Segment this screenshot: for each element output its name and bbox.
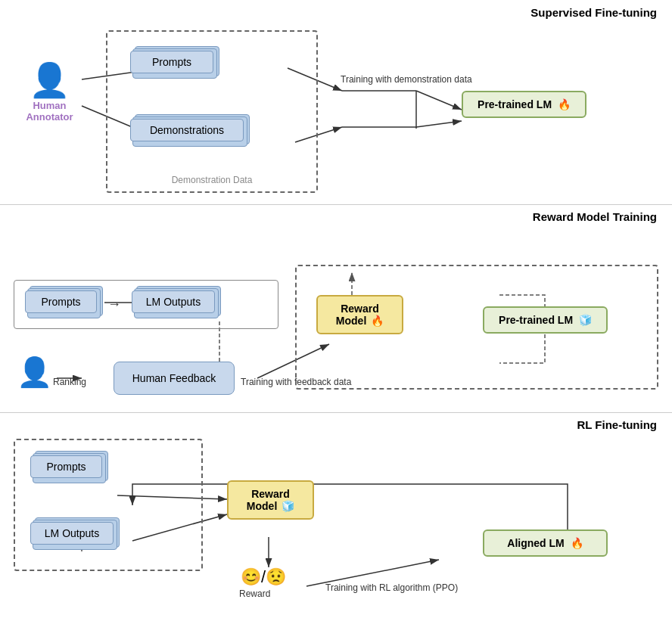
ice-icon-rlft: 🧊 — [282, 500, 294, 512]
divider-2 — [0, 412, 672, 413]
ice-icon-rmt: 🧊 — [579, 314, 592, 326]
svg-line-10 — [416, 121, 462, 127]
reward-model-rlft: Reward Model 🧊 — [227, 480, 314, 520]
rlft-title: RL Fine-tuning — [577, 418, 657, 432]
ranking-label: Ranking — [53, 377, 86, 387]
pretrained-lm-rmt: Pre-trained LM 🧊 — [483, 306, 608, 334]
person-rmt: 👤 — [17, 356, 52, 389]
reward-label: Reward — [239, 588, 270, 599]
lm-outputs-label-rmt: LM Outputs — [132, 290, 215, 313]
human-annotator-sft: 👤 Human Annotator — [14, 61, 86, 123]
human-feedback-box: Human Feedback — [114, 362, 235, 395]
training-rl-label: Training with RL algorithm (PPO) — [325, 582, 458, 593]
svg-line-9 — [416, 91, 462, 110]
dashed-rlft-outer: Prompts LM Outputs — [14, 439, 203, 571]
demonstrations-card: Demonstrations — [130, 119, 244, 147]
pretrained-lm-sft: Pre-trained LM 🔥 — [462, 91, 586, 118]
rmt-title: Reward Model Training — [533, 210, 657, 224]
divider-1 — [0, 204, 672, 205]
reward-emoji: 😊/😟 — [241, 567, 286, 587]
prompts-card-sft: Prompts — [130, 51, 213, 79]
demonstration-data-box: Prompts Demonstrations Demonstration Dat… — [106, 30, 318, 193]
aligned-lm: Aligned LM 🔥 — [483, 529, 608, 557]
fire-icon-rlft: 🔥 — [571, 537, 583, 549]
demonstrations-label: Demonstrations — [130, 119, 244, 141]
prompts-label-rmt: Prompts — [25, 290, 97, 313]
person-icon-sft: 👤 — [14, 61, 86, 100]
demo-data-label: Demonstration Data — [172, 175, 253, 185]
lm-outputs-label-rlft: LM Outputs — [30, 522, 114, 545]
fire-icon-sft: 🔥 — [558, 98, 571, 110]
prompts-card-rlft: Prompts — [30, 455, 102, 484]
lm-outputs-card-rlft: LM Outputs — [30, 522, 114, 551]
lm-outputs-card-rmt: LM Outputs — [132, 290, 215, 319]
sft-title: Supervised Fine-tuning — [530, 6, 657, 20]
prompts-label-rlft: Prompts — [30, 455, 102, 478]
prompts-lmoutputs-box: Prompts → LM Outputs — [14, 280, 278, 329]
person-icon-rmt: 👤 — [17, 356, 52, 389]
annotator-label-sft: Human Annotator — [14, 100, 86, 123]
prompts-label-sft: Prompts — [130, 51, 213, 73]
training-demo-label: Training with demonstration data — [341, 74, 472, 85]
arrow-rmt-inner: → — [107, 297, 121, 312]
diagram: Supervised Fine-tuning 👤 Human Annotator… — [0, 0, 672, 621]
prompts-card-rmt: Prompts — [25, 290, 97, 319]
